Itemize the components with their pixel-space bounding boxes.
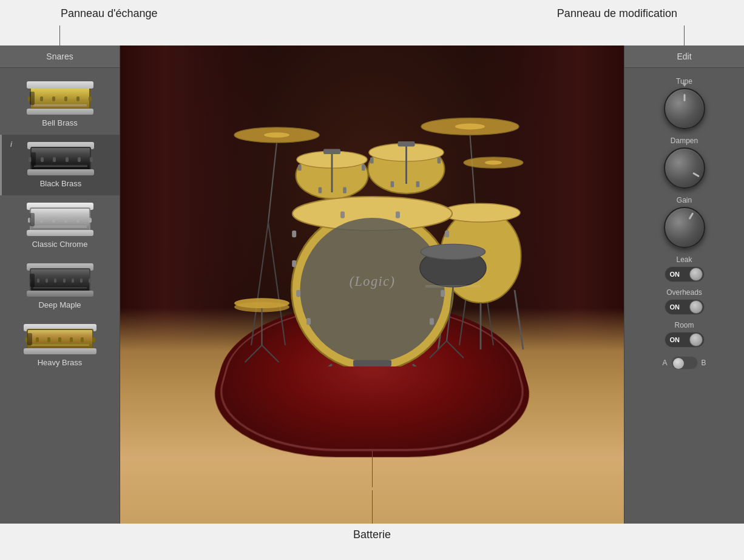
tune-knob[interactable] [664, 88, 705, 129]
edit-header: Edit [624, 46, 744, 68]
svg-rect-54 [441, 290, 445, 297]
batterie-line [372, 451, 373, 487]
ab-toggle[interactable]: A B [662, 356, 706, 369]
svg-rect-32 [370, 158, 374, 164]
snare-drum-heavy-brass [24, 324, 96, 354]
svg-rect-49 [292, 231, 296, 237]
svg-point-8 [455, 124, 485, 130]
svg-rect-34 [390, 181, 394, 187]
annotation-modify: Panneau de modification [557, 7, 677, 20]
edit-panel: Edit Tune Dampen Gain [624, 46, 744, 524]
tune-control: Tune [631, 77, 738, 129]
svg-rect-26 [318, 187, 322, 194]
snare-item-heavy-brass[interactable]: Heavy Brass [0, 317, 120, 374]
ab-a-label: A [662, 359, 667, 367]
svg-rect-70 [353, 360, 391, 367]
svg-rect-53 [296, 290, 300, 297]
svg-point-16 [234, 299, 289, 309]
annotation-bar: Panneau d'échange Panneau de modificatio… [0, 0, 744, 46]
main-container: Snares [0, 46, 744, 524]
svg-rect-58 [396, 212, 400, 218]
room-toggle-group: Room ON [631, 321, 738, 348]
svg-point-14 [485, 161, 502, 165]
bottom-line [372, 490, 373, 524]
snare-item-classic-chrome[interactable]: Classic Chrome [0, 195, 120, 256]
svg-rect-33 [437, 158, 441, 164]
dampen-knob[interactable] [664, 147, 705, 189]
annotation-line-left [59, 25, 60, 46]
drum-kit-area: (Logic) [120, 46, 624, 524]
svg-rect-75 [397, 141, 414, 146]
svg-rect-50 [445, 231, 449, 237]
info-badge: i [10, 140, 12, 149]
dampen-control: Dampen [631, 137, 738, 189]
overheads-thumb [689, 300, 703, 314]
snare-drum-bell-brass [27, 81, 93, 115]
ab-thumb [673, 358, 684, 369]
svg-text:(Logic): (Logic) [349, 274, 395, 289]
snare-item-bell-brass[interactable]: Bell Brass [0, 74, 120, 135]
snare-label-heavy-brass: Heavy Brass [38, 358, 83, 367]
annotation-line-right [684, 25, 685, 46]
edit-controls: Tune Dampen Gain [624, 68, 744, 524]
snare-label-deep-maple: Deep Maple [38, 300, 81, 309]
batterie-annotation: Batterie [353, 528, 391, 541]
ab-switch[interactable] [671, 356, 698, 369]
snare-drum-classic-chrome [27, 203, 93, 236]
gain-control: Gain [631, 196, 738, 248]
svg-rect-35 [416, 181, 419, 187]
svg-line-69 [447, 341, 464, 358]
gain-label: Gain [677, 196, 692, 204]
svg-rect-24 [298, 165, 302, 171]
tune-indicator [682, 83, 687, 87]
dampen-knob-container [664, 147, 705, 189]
dampen-label: Dampen [671, 137, 698, 145]
annotation-exchange: Panneau d'échange [61, 7, 158, 20]
svg-rect-56 [430, 319, 434, 325]
svg-rect-25 [362, 165, 365, 171]
room-toggle[interactable]: ON [665, 332, 705, 348]
bottom-annotation: Batterie [0, 524, 744, 560]
gain-knob-container [664, 207, 705, 248]
ab-b-label: B [702, 359, 706, 367]
sidebar-items: Bell Brass i [0, 68, 120, 524]
overheads-toggle-group: Overheads ON [631, 288, 738, 315]
sidebar-header: Snares [0, 46, 120, 68]
gain-knob[interactable] [664, 207, 705, 248]
svg-line-19 [262, 345, 279, 362]
overheads-on-label: ON [670, 303, 680, 311]
sidebar: Snares [0, 46, 120, 524]
snare-item-deep-maple[interactable]: Deep Maple [0, 256, 120, 317]
svg-line-18 [245, 345, 262, 362]
svg-rect-57 [340, 212, 345, 218]
snare-label-classic-chrome: Classic Chrome [32, 240, 88, 249]
room-label: Room [674, 321, 694, 329]
leak-toggle-group: Leak ON [631, 255, 738, 282]
svg-line-3 [268, 143, 277, 222]
leak-thumb [689, 268, 703, 281]
snare-label-black-brass: Black Brass [40, 179, 82, 188]
svg-rect-27 [343, 187, 347, 194]
svg-rect-51 [292, 260, 296, 267]
svg-point-47 [300, 218, 444, 362]
snare-item-black-brass[interactable]: i Black Brass [0, 135, 120, 195]
room-thumb [689, 333, 703, 346]
room-on-label: ON [670, 336, 680, 343]
snare-label-bell-brass: Bell Brass [42, 118, 78, 127]
leak-label: Leak [676, 255, 692, 264]
snare-drum-deep-maple [27, 263, 93, 297]
svg-point-2 [264, 133, 289, 138]
svg-line-60 [413, 365, 425, 367]
svg-line-5 [268, 222, 285, 345]
leak-on-label: ON [670, 271, 680, 278]
svg-line-41 [515, 290, 523, 349]
svg-line-4 [251, 222, 268, 345]
tune-knob-container [664, 88, 705, 129]
svg-rect-74 [323, 149, 340, 154]
drum-kit-svg: (Logic) [196, 69, 549, 366]
snare-drum-black-brass [27, 142, 94, 175]
overheads-toggle[interactable]: ON [665, 299, 705, 315]
svg-line-59 [319, 365, 332, 367]
leak-toggle[interactable]: ON [665, 266, 705, 282]
svg-rect-55 [306, 319, 311, 325]
